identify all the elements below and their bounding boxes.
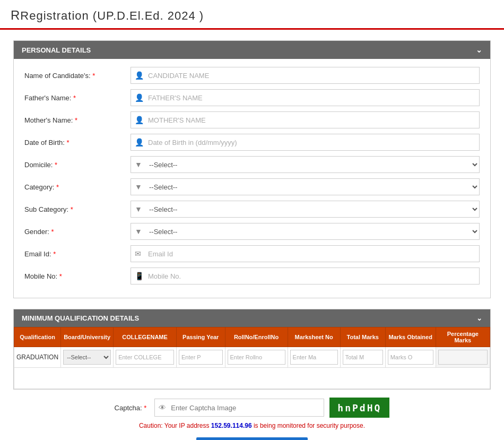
table-row: GRADUATION --Select-- <box>14 347 490 368</box>
marksheet-input[interactable] <box>290 350 338 365</box>
email-row: Email Id: * ✉ <box>24 245 480 262</box>
domicile-select[interactable]: --Select-- <box>131 156 480 173</box>
col-board: Board/University <box>61 327 114 347</box>
person-icon: 👤 <box>135 116 144 124</box>
captcha-input-wrapper: 👁 <box>154 399 324 417</box>
marks-obtained-input[interactable] <box>388 350 433 365</box>
category-select[interactable]: --Select-- <box>131 178 480 195</box>
email-icon: ✉ <box>135 249 141 258</box>
qualification-panel: MINIMUM QUALIFICATION DETAILS ⌄ Qualific… <box>13 309 491 390</box>
col-passing-year: Passing Year <box>177 327 225 347</box>
table-header-row: Qualification Board/University COLLEGENA… <box>14 327 490 347</box>
board-select[interactable]: --Select-- <box>63 350 111 365</box>
domicile-label: Domicile: * <box>24 161 131 169</box>
percentage-input[interactable] <box>438 350 488 365</box>
captcha-label: Captcha: * <box>115 404 147 412</box>
person-icon: 👤 <box>135 93 144 102</box>
mother-name-wrapper: 👤 <box>131 111 480 128</box>
dob-row: Date of Birth: * 👤 <box>24 134 480 151</box>
person-icon: 👤 <box>135 71 144 80</box>
dob-label: Date of Birth: * <box>24 139 131 146</box>
candidate-name-input[interactable] <box>131 67 480 84</box>
rollno-input[interactable] <box>228 350 285 365</box>
candidate-name-wrapper: 👤 <box>131 67 480 84</box>
captcha-input[interactable] <box>154 399 324 417</box>
col-marksheet: Marksheet No <box>288 327 340 347</box>
col-qualification: Qualification <box>14 327 61 347</box>
college-cell <box>114 347 177 368</box>
domicile-row: Domicile: * ▼ --Select-- <box>24 156 480 173</box>
percentage-cell <box>436 347 490 368</box>
mother-name-label: Mother's Name: * <box>24 116 131 124</box>
gender-wrapper: ▼ --Select-- <box>131 223 480 240</box>
next-button-row: Next <box>13 437 491 440</box>
marksheet-cell <box>288 347 340 368</box>
mobile-label: Mobile No: * <box>24 272 131 280</box>
category-label: Category: * <box>24 183 131 191</box>
candidate-name-row: Name of Candidate's: * 👤 <box>24 67 480 84</box>
father-name-label: Father's Name: * <box>24 94 131 102</box>
arrow-icon: ▼ <box>135 160 142 169</box>
passing-year-cell <box>177 347 225 368</box>
college-input[interactable] <box>116 350 174 365</box>
email-label: Email Id: * <box>24 250 131 258</box>
mobile-row: Mobile No: * 📱 <box>24 268 480 284</box>
passing-year-input[interactable] <box>179 350 222 365</box>
next-button[interactable]: Next <box>196 437 308 440</box>
domicile-wrapper: ▼ --Select-- <box>131 156 480 173</box>
eye-icon: 👁 <box>159 403 166 412</box>
category-row: Category: * ▼ --Select-- <box>24 178 480 195</box>
sub-category-row: Sub Category: * ▼ --Select-- <box>24 201 480 218</box>
rollno-cell <box>225 347 288 368</box>
email-input[interactable] <box>131 245 480 262</box>
sub-category-label: Sub Category: * <box>24 205 131 213</box>
qualification-cell: GRADUATION <box>14 347 61 368</box>
sub-category-select[interactable]: --Select-- <box>131 201 480 218</box>
col-percentage: Percentage Marks <box>436 327 490 347</box>
qualification-table: Qualification Board/University COLLEGENA… <box>14 327 490 389</box>
empty-row <box>14 368 490 389</box>
sub-category-wrapper: ▼ --Select-- <box>131 201 480 218</box>
col-marks-obtained: Marks Obtained <box>385 327 436 347</box>
mobile-icon: 📱 <box>135 272 144 280</box>
col-college: COLLEGENAME <box>114 327 177 347</box>
captcha-image: hnPdHQ <box>329 398 389 418</box>
caution-message: Caution: Your IP address 152.59.114.96 i… <box>13 422 491 429</box>
captcha-row: Captcha: * 👁 hnPdHQ <box>13 398 491 418</box>
gender-select[interactable]: --Select-- <box>131 223 480 240</box>
father-name-row: Father's Name: * 👤 <box>24 89 480 106</box>
total-marks-input[interactable] <box>343 350 383 365</box>
arrow-icon: ▼ <box>135 183 142 191</box>
marks-obtained-cell <box>385 347 436 368</box>
qualification-header[interactable]: MINIMUM QUALIFICATION DETAILS ⌄ <box>14 309 490 327</box>
candidate-name-label: Name of Candidate's: * <box>24 72 131 80</box>
chevron-down-icon: ⌄ <box>476 46 482 54</box>
arrow-icon: ▼ <box>135 205 142 213</box>
mother-name-row: Mother's Name: * 👤 <box>24 111 480 128</box>
mobile-input[interactable] <box>131 268 480 284</box>
page-title: RRegistration (UP.D.El.Ed. 2024 ) <box>11 8 493 23</box>
person-icon: 👤 <box>135 138 144 146</box>
col-rollno: RollNo/EnrollNo <box>225 327 288 347</box>
gender-row: Gender: * ▼ --Select-- <box>24 223 480 240</box>
personal-details-header[interactable]: PERSONAL DETAILS ⌄ <box>14 41 490 59</box>
father-name-input[interactable] <box>131 89 480 106</box>
page-header: RRegistration (UP.D.El.Ed. 2024 ) <box>0 0 504 30</box>
board-cell: --Select-- <box>61 347 114 368</box>
personal-details-panel: PERSONAL DETAILS ⌄ Name of Candidate's: … <box>13 40 491 298</box>
father-name-wrapper: 👤 <box>131 89 480 106</box>
gender-label: Gender: * <box>24 228 131 236</box>
personal-details-body: Name of Candidate's: * 👤 Father's Name: … <box>14 59 490 298</box>
arrow-icon: ▼ <box>135 227 142 236</box>
dob-input[interactable] <box>131 134 480 151</box>
dob-wrapper: 👤 <box>131 134 480 151</box>
chevron-down-icon: ⌄ <box>476 314 482 322</box>
mother-name-input[interactable] <box>131 111 480 128</box>
personal-details-title: PERSONAL DETAILS <box>22 46 91 54</box>
email-wrapper: ✉ <box>131 245 480 262</box>
total-marks-cell <box>340 347 385 368</box>
col-total-marks: Total Marks <box>340 327 385 347</box>
category-wrapper: ▼ --Select-- <box>131 178 480 195</box>
mobile-wrapper: 📱 <box>131 268 480 284</box>
qualification-title: MINIMUM QUALIFICATION DETAILS <box>22 314 139 322</box>
